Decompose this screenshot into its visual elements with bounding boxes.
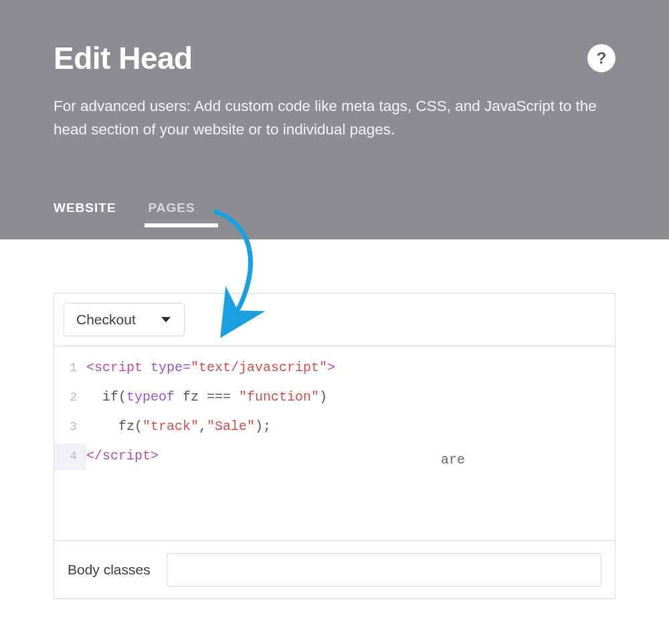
- editor-panel: Checkout 1 <script type="text/javascript…: [54, 293, 615, 599]
- code-token: "text/javascript": [191, 360, 327, 375]
- line-number: 4: [54, 443, 86, 470]
- code-token: ,: [199, 419, 207, 434]
- tab-website[interactable]: WEBSITE: [54, 201, 116, 239]
- page-select-row: Checkout: [54, 294, 615, 346]
- line-number: 2: [54, 385, 86, 411]
- page-select-value: Checkout: [76, 312, 136, 328]
- code-token: fz(: [86, 419, 142, 434]
- line-number: 3: [54, 414, 86, 441]
- stray-text: are: [441, 445, 465, 475]
- code-line: 3 fz("track","Sale");: [54, 412, 615, 441]
- code-line: 2 if(typeof fz === "function"): [54, 383, 615, 412]
- page-title: Edit Head: [54, 40, 193, 76]
- tab-pages[interactable]: PAGES: [149, 201, 218, 239]
- code-token: >: [327, 360, 335, 375]
- body-classes-row: Body classes: [54, 540, 615, 599]
- code-token: </script>: [86, 448, 159, 463]
- code-token: ): [319, 389, 327, 405]
- code-line: 4 </script>: [54, 441, 615, 471]
- help-icon[interactable]: ?: [587, 44, 615, 72]
- code-token: "track": [142, 419, 199, 434]
- line-number: 1: [54, 355, 86, 382]
- code-token: );: [255, 419, 271, 434]
- code-token: if(: [86, 389, 126, 405]
- code-token: type=: [142, 360, 191, 375]
- title-row: Edit Head ?: [54, 40, 615, 76]
- page-select[interactable]: Checkout: [64, 303, 185, 336]
- header: Edit Head ? For advanced users: Add cust…: [0, 0, 669, 239]
- code-line: 1 <script type="text/javascript">: [54, 353, 615, 383]
- content-area: Checkout 1 <script type="text/javascript…: [0, 239, 669, 599]
- code-token: "function": [239, 389, 319, 405]
- code-token: typeof: [126, 389, 175, 405]
- page-subtitle: For advanced users: Add custom code like…: [54, 95, 615, 142]
- code-token: fz ===: [175, 389, 239, 405]
- tabs: WEBSITE PAGES: [54, 201, 218, 239]
- body-classes-label: Body classes: [68, 562, 151, 578]
- body-classes-input[interactable]: [167, 553, 601, 586]
- chevron-down-icon: [161, 317, 171, 322]
- code-editor[interactable]: 1 <script type="text/javascript"> 2 if(t…: [54, 346, 615, 540]
- code-token: <script: [86, 360, 142, 375]
- code-token: "Sale": [207, 419, 255, 434]
